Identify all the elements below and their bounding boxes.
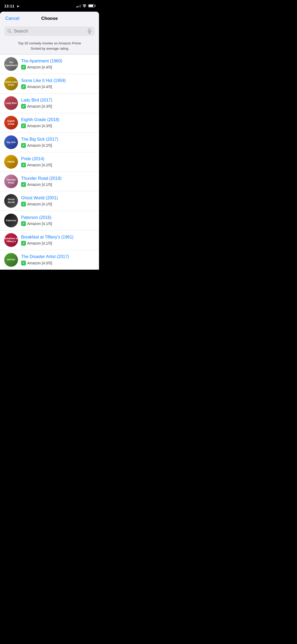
cancel-button[interactable]: Cancel: [5, 16, 19, 21]
movie-platform-rating: Amazon [4.2/5]: [27, 163, 52, 167]
movie-title: Thunder Road (2018): [21, 176, 95, 181]
movie-meta: Amazon [4.1/5]: [21, 221, 95, 226]
list-item[interactable]: Breakfast at Tiffany'sBreakfast at Tiffa…: [0, 231, 99, 250]
movie-title: Some Like It Hot (1959): [21, 78, 95, 84]
movie-info: The Big Sick (2017)Amazon [4.2/5]: [21, 137, 95, 148]
movie-title: Pride (2014): [21, 156, 95, 162]
movie-platform-rating: Amazon [4.1/5]: [27, 241, 52, 245]
status-icons: [76, 4, 95, 7]
availability-check-icon: [21, 104, 26, 109]
signal-icon: [76, 4, 81, 7]
movie-info: Paterson (2016)Amazon [4.1/5]: [21, 215, 95, 226]
subtitle-line2: Sorted by average rating: [4, 46, 95, 51]
svg-rect-2: [89, 29, 90, 31]
movie-thumbnail: big sick: [4, 135, 18, 149]
availability-check-icon: [21, 123, 26, 128]
movie-platform-rating: Amazon [4.3/5]: [27, 104, 52, 108]
movie-list: The ApartmentThe Apartment (1960)Amazon …: [0, 54, 99, 270]
movie-platform-rating: Amazon [4.2/5]: [27, 143, 52, 148]
movie-thumbnail: Thunder Road: [4, 174, 18, 188]
movie-thumbnail: PRIDE: [4, 155, 18, 169]
movie-meta: Amazon [4.3/5]: [21, 104, 95, 109]
movie-info: Breakfast at Tiffany's (1961)Amazon [4.1…: [21, 234, 95, 246]
movie-platform-rating: Amazon [4.1/5]: [27, 222, 52, 226]
movie-info: Lady Bird (2017)Amazon [4.3/5]: [21, 98, 95, 109]
status-time-area: 13:11 ➤: [4, 4, 19, 8]
movie-info: Thunder Road (2018)Amazon [4.1/5]: [21, 176, 95, 187]
movie-title: Paterson (2016): [21, 215, 95, 220]
availability-check-icon: [21, 84, 26, 89]
sheet-header: Cancel Choose: [0, 12, 99, 24]
list-item[interactable]: Eighth GradeEighth Grade (2018)Amazon [4…: [0, 113, 99, 133]
availability-check-icon: [21, 221, 26, 226]
movie-title: Breakfast at Tiffany's (1961): [21, 234, 95, 240]
availability-check-icon: [21, 202, 26, 206]
movie-meta: Amazon [4.2/5]: [21, 163, 95, 167]
movie-title: The Disaster Artist (2017): [21, 254, 95, 260]
movie-thumbnail: Lady Bird: [4, 96, 18, 110]
movie-meta: Amazon [4.0/5]: [21, 261, 95, 265]
movie-platform-rating: Amazon [4.0/5]: [27, 261, 52, 265]
subtitle-line1: Top 30 comedy movies on Amazon Prime: [4, 41, 95, 46]
list-item[interactable]: big sickThe Big Sick (2017)Amazon [4.2/5…: [0, 133, 99, 152]
list-item[interactable]: Ghost WorldGhost World (2001)Amazon [4.1…: [0, 191, 99, 211]
location-icon: ➤: [17, 4, 19, 8]
list-item[interactable]: ARTISTThe Disaster Artist (2017)Amazon […: [0, 250, 99, 270]
microphone-icon[interactable]: [87, 29, 92, 34]
status-bar: 13:11 ➤: [0, 0, 99, 12]
movie-platform-rating: Amazon [4.1/5]: [27, 182, 52, 187]
list-item[interactable]: Some Like It HotSome Like It Hot (1959)A…: [0, 74, 99, 94]
battery-fill: [89, 5, 93, 7]
bottom-sheet: Cancel Choose Top 30 comedy movies on Am…: [0, 12, 99, 270]
movie-title: The Apartment (1960): [21, 58, 95, 64]
sheet-title: Choose: [41, 16, 58, 21]
list-item[interactable]: Thunder RoadThunder Road (2018)Amazon [4…: [0, 172, 99, 191]
movie-info: Pride (2014)Amazon [4.2/5]: [21, 156, 95, 168]
movie-title: Ghost World (2001): [21, 195, 95, 201]
movie-thumbnail: Paterson: [4, 214, 18, 227]
list-item[interactable]: The ApartmentThe Apartment (1960)Amazon …: [0, 54, 99, 74]
movie-platform-rating: Amazon [4.1/5]: [27, 202, 52, 206]
movie-info: The Apartment (1960)Amazon [4.4/5]: [21, 58, 95, 70]
movie-thumbnail: Some Like It Hot: [4, 77, 18, 90]
status-time: 13:11: [4, 4, 14, 8]
movie-info: Ghost World (2001)Amazon [4.1/5]: [21, 195, 95, 207]
movie-thumbnail: The Apartment: [4, 57, 18, 71]
movie-title: Eighth Grade (2018): [21, 117, 95, 123]
movie-meta: Amazon [4.3/5]: [21, 123, 95, 128]
movie-platform-rating: Amazon [4.3/5]: [27, 124, 52, 128]
movie-meta: Amazon [4.4/5]: [21, 84, 95, 89]
availability-check-icon: [21, 261, 26, 265]
subtitle-area: Top 30 comedy movies on Amazon Prime Sor…: [0, 39, 99, 54]
list-item[interactable]: PRIDEPride (2014)Amazon [4.2/5]: [0, 152, 99, 172]
list-item[interactable]: Lady BirdLady Bird (2017)Amazon [4.3/5]: [0, 94, 99, 113]
movie-meta: Amazon [4.1/5]: [21, 241, 95, 246]
movie-title: Lady Bird (2017): [21, 98, 95, 103]
movie-platform-rating: Amazon [4.4/5]: [27, 85, 52, 89]
movie-info: Eighth Grade (2018)Amazon [4.3/5]: [21, 117, 95, 128]
movie-title: The Big Sick (2017): [21, 137, 95, 142]
availability-check-icon: [21, 65, 26, 70]
movie-platform-rating: Amazon [4.4/5]: [27, 65, 52, 69]
movie-thumbnail: Ghost World: [4, 194, 18, 208]
movie-thumbnail: Eighth Grade: [4, 116, 18, 130]
movie-thumbnail: Breakfast at Tiffany's: [4, 233, 18, 247]
svg-line-1: [10, 32, 12, 33]
search-icon: [7, 29, 12, 33]
availability-check-icon: [21, 163, 26, 167]
movie-info: The Disaster Artist (2017)Amazon [4.0/5]: [21, 254, 95, 265]
movie-info: Some Like It Hot (1959)Amazon [4.4/5]: [21, 78, 95, 89]
search-input[interactable]: [14, 29, 85, 34]
list-item[interactable]: PatersonPaterson (2016)Amazon [4.1/5]: [0, 211, 99, 231]
battery-icon: [88, 4, 95, 7]
search-container: [0, 24, 99, 39]
availability-check-icon: [21, 143, 26, 148]
search-bar: [4, 26, 95, 36]
movie-meta: Amazon [4.4/5]: [21, 65, 95, 70]
movie-meta: Amazon [4.2/5]: [21, 143, 95, 148]
availability-check-icon: [21, 182, 26, 187]
availability-check-icon: [21, 241, 26, 246]
movie-meta: Amazon [4.1/5]: [21, 202, 95, 206]
movie-thumbnail: ARTIST: [4, 253, 18, 267]
wifi-icon: [82, 4, 87, 7]
